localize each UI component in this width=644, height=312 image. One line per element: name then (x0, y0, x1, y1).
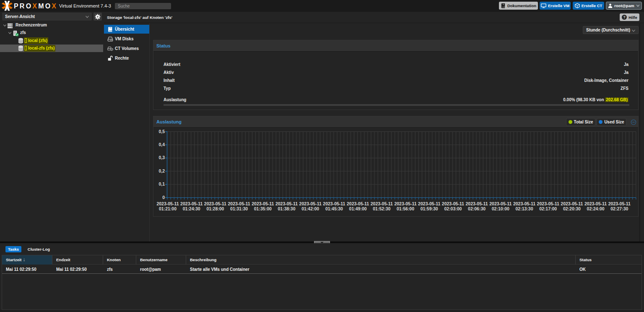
svg-text:?: ? (623, 15, 626, 19)
